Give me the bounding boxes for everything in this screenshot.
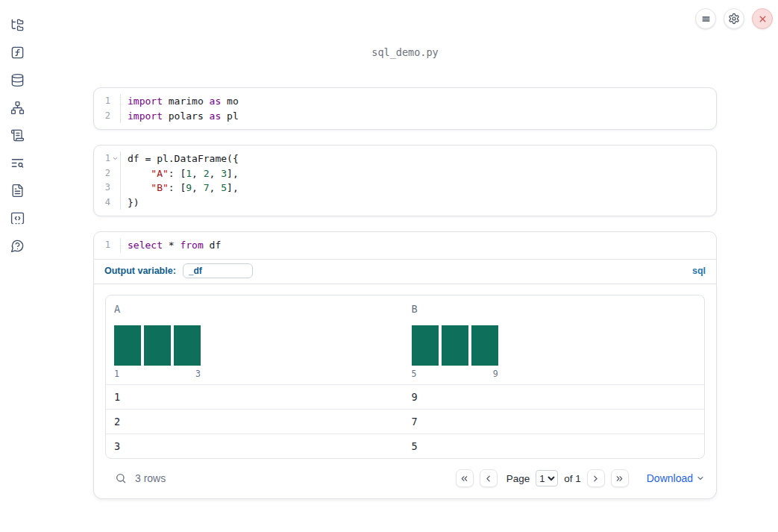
histogram-bar [442, 325, 468, 366]
page-select[interactable]: 1 [536, 470, 558, 486]
gutter [110, 181, 121, 195]
help-bubble-icon [10, 239, 25, 253]
function-square-icon [10, 46, 25, 60]
line-number: 3 [94, 181, 110, 195]
line-number: 2 [94, 109, 110, 124]
table-footer: 3 rows Page 1 of 1 Download [105, 459, 705, 498]
notebook: sql_demo.py 1import marimo as mo2import … [93, 0, 717, 499]
gutter [110, 94, 121, 109]
sql-meta-bar: Output variable: sql [94, 259, 716, 284]
page-label: Page [506, 473, 530, 484]
histogram-bar [412, 325, 439, 366]
pagination: Page 1 of 1 Download [456, 469, 705, 487]
previous-page-button[interactable] [480, 469, 498, 487]
sidebar-item-data-sources[interactable] [10, 72, 25, 87]
list-search-icon [10, 156, 25, 170]
gear-icon [728, 13, 740, 25]
sidebar-item-variables[interactable] [10, 45, 25, 60]
column-histogram [412, 325, 704, 366]
folder-tree-icon [10, 18, 25, 32]
settings-button[interactable] [724, 8, 744, 29]
table-cell: 3 [106, 440, 404, 452]
page-of-label: of 1 [564, 473, 581, 484]
code-editor[interactable]: 1df = pl.DataFrame({2 "A": [1, 2, 3],3 "… [94, 145, 716, 216]
sidebar-item-help[interactable] [10, 238, 25, 253]
sidebar-item-file-explorer[interactable] [10, 17, 25, 32]
histogram-range-labels: 59 [412, 369, 498, 384]
download-label: Download [647, 472, 693, 484]
line-number: 1 [94, 238, 110, 253]
histogram-bar [174, 325, 201, 366]
chevrons-right-icon [615, 474, 624, 484]
table-cell: 9 [404, 391, 704, 403]
output-variable-input[interactable] [183, 263, 253, 278]
code-cell-imports: 1import marimo as mo2import polars as pl [93, 87, 717, 130]
sql-editor[interactable]: 1select * from df [94, 232, 716, 259]
output-variable-label: Output variable: [104, 266, 176, 276]
data-table: A13B59 192735 [105, 295, 705, 459]
sidebar-item-dependency-graph[interactable] [10, 100, 25, 115]
table-header: A13B59 [106, 295, 704, 384]
search-icon [115, 472, 127, 484]
sidebar [0, 0, 34, 253]
table-body: 192735 [106, 384, 704, 458]
gutter [110, 109, 121, 124]
scroll-text-icon [10, 128, 25, 143]
download-button[interactable]: Download [647, 472, 705, 484]
code-line: import marimo as mo [121, 94, 239, 109]
chevron-left-icon [483, 474, 493, 484]
code-square-icon [10, 211, 25, 225]
next-page-button[interactable] [587, 469, 605, 487]
gutter [110, 166, 121, 181]
chevrons-left-icon [459, 474, 469, 484]
column-name[interactable]: B [412, 303, 704, 315]
first-page-button[interactable] [456, 469, 474, 487]
column-name[interactable]: A [114, 303, 404, 315]
code-cell-dataframe: 1df = pl.DataFrame({2 "A": [1, 2, 3],3 "… [93, 145, 717, 216]
code-line: df = pl.DataFrame({ [121, 151, 239, 166]
database-icon [10, 73, 25, 87]
line-number: 4 [94, 195, 110, 210]
sql-language-badge: sql [692, 266, 706, 276]
sidebar-item-snippets[interactable] [10, 210, 25, 225]
fold-chevron-icon[interactable] [112, 155, 119, 162]
code-line: select * from df [121, 238, 221, 253]
shutdown-button[interactable] [752, 8, 773, 29]
table-output: A13B59 192735 3 rows Page 1 of 1 [93, 284, 717, 499]
line-number: 1 [94, 151, 110, 166]
code-line: "A": [1, 2, 3], [121, 166, 239, 181]
code-editor[interactable]: 1import marimo as mo2import polars as pl [94, 88, 716, 129]
chevron-right-icon [591, 474, 600, 484]
last-page-button[interactable] [611, 469, 629, 487]
gutter [110, 151, 121, 166]
code-line: import polars as pl [121, 109, 239, 124]
line-number: 2 [94, 166, 110, 181]
notebook-filename[interactable]: sql_demo.py [93, 46, 717, 58]
close-x-icon [758, 14, 768, 24]
search-button[interactable] [113, 471, 128, 486]
histogram-bar [471, 325, 498, 366]
table-column-header: A13 [106, 303, 404, 384]
network-icon [10, 101, 25, 115]
table-column-header: B59 [404, 303, 704, 384]
sidebar-item-documentation[interactable] [10, 183, 25, 198]
column-histogram [114, 325, 404, 366]
table-row[interactable]: 35 [106, 434, 704, 458]
table-row[interactable]: 27 [106, 409, 704, 434]
histogram-bar [114, 325, 141, 366]
sql-cell: 1select * from df Output variable: sql [93, 231, 717, 284]
code-line: }) [121, 195, 139, 210]
row-count-label: 3 rows [135, 472, 166, 484]
table-row[interactable]: 19 [106, 384, 704, 409]
chevron-down-icon [696, 474, 705, 483]
table-cell: 1 [106, 391, 404, 403]
sidebar-item-logs[interactable] [10, 155, 25, 170]
gutter [110, 195, 121, 210]
table-cell: 5 [404, 440, 704, 452]
code-line: "B": [9, 7, 5], [121, 181, 239, 195]
line-number: 1 [94, 94, 110, 109]
table-cell: 7 [404, 416, 704, 428]
table-cell: 2 [106, 416, 404, 428]
histogram-range-labels: 13 [114, 369, 201, 384]
sidebar-item-outline[interactable] [10, 128, 25, 143]
